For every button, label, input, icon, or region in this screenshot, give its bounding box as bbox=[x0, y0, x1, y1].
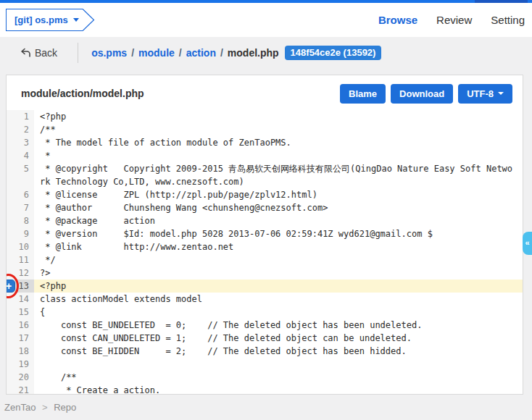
file-viewer-panel: module/action/model.php BlameDownloadUTF… bbox=[6, 75, 523, 395]
line-number-9[interactable]: 9 bbox=[7, 227, 34, 240]
code-text-21: * Create a action. bbox=[34, 384, 523, 395]
line-number-11[interactable]: 11 bbox=[7, 253, 34, 266]
code-lines: 1<?php2/**3 * The model file of action m… bbox=[7, 110, 523, 395]
back-label: Back bbox=[35, 47, 57, 59]
line-number-16[interactable]: 16 bbox=[7, 319, 34, 332]
code-line-18: 18 const BE_HIDDEN = 2; // The deleted o… bbox=[7, 345, 523, 358]
code-text-9: * @version $Id: model.php 5028 2013-07-0… bbox=[34, 227, 523, 240]
footer-page-name: Repo bbox=[54, 402, 76, 413]
back-arrow-icon bbox=[20, 48, 31, 58]
code-text-4: * bbox=[34, 149, 523, 162]
code-line-12: 12?> bbox=[7, 266, 523, 280]
breadcrumb: os.pms/module/action/model.php bbox=[91, 47, 278, 59]
line-number-20[interactable]: 20 bbox=[7, 371, 34, 384]
code-text-12: ?> bbox=[34, 266, 523, 280]
line-number-8[interactable]: 8 bbox=[7, 214, 34, 227]
code-line-9: 9 * @version $Id: model.php 5028 2013-07… bbox=[7, 227, 523, 240]
code-line-5: 5 * @copyright Copyright 2009-2015 青岛易软天… bbox=[7, 162, 523, 188]
repo-selector-label: [git] os.pms bbox=[14, 14, 68, 25]
code-text-10: * @link http://www.zentao.net bbox=[34, 240, 523, 253]
code-text-15: { bbox=[34, 306, 523, 319]
line-number-12[interactable]: 12 bbox=[7, 266, 34, 280]
chevron-down-icon bbox=[498, 92, 504, 95]
download-button[interactable]: Download bbox=[391, 84, 453, 104]
code-text-8: * @package action bbox=[34, 214, 523, 227]
file-action-buttons: BlameDownloadUTF-8 bbox=[340, 84, 512, 104]
add-comment-button[interactable]: + bbox=[6, 280, 15, 293]
code-text-2: /** bbox=[34, 123, 523, 136]
code-text-5: * @copyright Copyright 2009-2015 青岛易软天创网… bbox=[34, 162, 523, 188]
repo-selector-label-wrap: [git] os.pms bbox=[6, 9, 83, 31]
code-line-2: 2/** bbox=[7, 123, 523, 136]
code-text-16: const BE_UNDELETED = 0; // The deleted o… bbox=[34, 319, 523, 332]
code-line-13: 13<?php+ bbox=[7, 280, 523, 293]
line-number-3[interactable]: 3 bbox=[7, 136, 34, 149]
breadcrumb-separator: / bbox=[131, 47, 134, 59]
divider bbox=[78, 43, 78, 63]
code-line-15: 15{ bbox=[7, 306, 523, 319]
breadcrumb-item-module[interactable]: module bbox=[138, 47, 175, 59]
line-number-6[interactable]: 6 bbox=[7, 188, 34, 201]
sidebar-collapse-tab[interactable]: « bbox=[523, 232, 532, 255]
line-number-2[interactable]: 2 bbox=[7, 123, 34, 136]
line-number-7[interactable]: 7 bbox=[7, 201, 34, 214]
line-number-15[interactable]: 15 bbox=[7, 306, 34, 319]
code-text-1: <?php bbox=[34, 110, 523, 123]
code-line-6: 6 * @license ZPL (http://zpl.pub/page/zp… bbox=[7, 188, 523, 201]
code-text-20: /** bbox=[34, 371, 523, 384]
code-line-14: 14class actionModel extends model bbox=[7, 293, 523, 306]
line-number-14[interactable]: 14 bbox=[7, 293, 34, 306]
code-line-19: 19 bbox=[7, 358, 523, 371]
repo-tag-arrow-shape bbox=[83, 9, 95, 31]
code-line-10: 10 * @link http://www.zentao.net bbox=[7, 240, 523, 253]
breadcrumb-item-os-pms[interactable]: os.pms bbox=[91, 47, 127, 59]
footer-app-name: ZenTao bbox=[4, 402, 36, 413]
breadcrumb-separator: / bbox=[220, 47, 223, 59]
code-text-6: * @license ZPL (http://zpl.pub/page/zplv… bbox=[34, 188, 523, 201]
footer-separator: > bbox=[42, 402, 48, 413]
app-header: [git] os.pms BrowseReviewSetting bbox=[0, 3, 532, 37]
breadcrumb-separator: / bbox=[179, 47, 182, 59]
line-number-17[interactable]: 17 bbox=[7, 332, 34, 345]
code-text-17: const CAN_UNDELETED = 1; // The deleted … bbox=[34, 332, 523, 345]
line-number-1[interactable]: 1 bbox=[7, 110, 34, 123]
file-path-title: module/action/model.php bbox=[21, 88, 144, 99]
main-nav: BrowseReviewSetting bbox=[378, 3, 525, 37]
code-line-7: 7 * @author Chunsheng Wang <chunsheng@cn… bbox=[7, 201, 523, 214]
chevron-left-icon: « bbox=[525, 238, 529, 247]
code-text-7: * @author Chunsheng Wang <chunsheng@cnez… bbox=[34, 201, 523, 214]
line-number-19[interactable]: 19 bbox=[7, 358, 34, 371]
code-text-3: * The model file of action module of Zen… bbox=[34, 136, 523, 149]
line-number-4[interactable]: 4 bbox=[7, 149, 34, 162]
code-line-11: 11 */ bbox=[7, 253, 523, 266]
code-line-8: 8 * @package action bbox=[7, 214, 523, 227]
line-number-21[interactable]: 21 bbox=[7, 384, 34, 395]
nav-item-browse[interactable]: Browse bbox=[378, 14, 417, 26]
blame-button[interactable]: Blame bbox=[340, 84, 386, 104]
code-line-3: 3 * The model file of action module of Z… bbox=[7, 136, 523, 149]
code-line-21: 21 * Create a action. bbox=[7, 384, 523, 395]
repo-selector-dropdown[interactable]: [git] os.pms bbox=[6, 9, 95, 31]
code-text-19 bbox=[34, 358, 523, 371]
encoding-dropdown-button[interactable]: UTF-8 bbox=[458, 84, 512, 104]
code-line-1: 1<?php bbox=[7, 110, 523, 123]
breadcrumb-item-action[interactable]: action bbox=[186, 47, 216, 59]
nav-item-setting[interactable]: Setting bbox=[491, 14, 525, 26]
nav-item-review[interactable]: Review bbox=[436, 14, 472, 26]
code-text-14: class actionModel extends model bbox=[34, 293, 523, 306]
file-viewer-header: module/action/model.php BlameDownloadUTF… bbox=[7, 75, 523, 110]
line-number-5[interactable]: 5 bbox=[7, 162, 34, 188]
code-text-13: <?php bbox=[34, 280, 523, 293]
back-button[interactable]: Back bbox=[20, 47, 57, 59]
breadcrumb-bar: Back os.pms/module/action/model.php 148f… bbox=[0, 37, 532, 69]
line-number-18[interactable]: 18 bbox=[7, 345, 34, 358]
footer-breadcrumb: ZenTao > Repo bbox=[4, 402, 76, 413]
code-text-11: */ bbox=[34, 253, 523, 266]
code-line-4: 4 * bbox=[7, 149, 523, 162]
code-line-16: 16 const BE_UNDELETED = 0; // The delete… bbox=[7, 319, 523, 332]
breadcrumb-item-model-php: model.php bbox=[228, 47, 279, 59]
code-text-18: const BE_HIDDEN = 2; // The deleted obje… bbox=[34, 345, 523, 358]
chevron-down-icon bbox=[73, 18, 79, 22]
code-line-20: 20 /** bbox=[7, 371, 523, 384]
line-number-10[interactable]: 10 bbox=[7, 240, 34, 253]
